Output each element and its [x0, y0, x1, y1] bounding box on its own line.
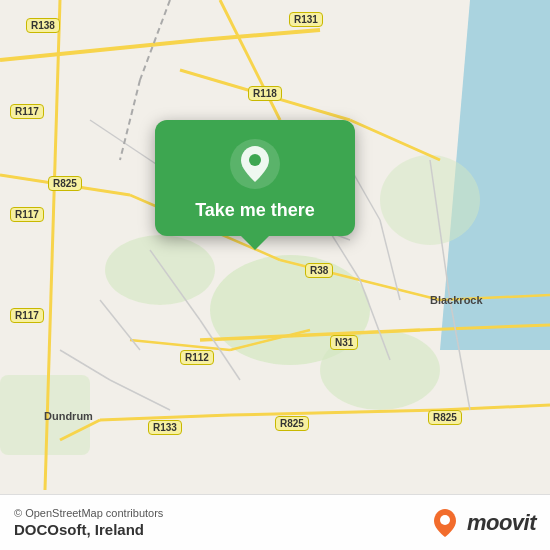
- road-badge-r825b: R825: [275, 416, 309, 431]
- road-badge-r825a: R825: [48, 176, 82, 191]
- svg-line-18: [230, 410, 440, 415]
- road-badge-r118: R118: [248, 86, 282, 101]
- moovit-pin-icon: [429, 507, 461, 539]
- moovit-text: moovit: [467, 510, 536, 536]
- road-badge-r38: R38: [305, 263, 333, 278]
- popup-label: Take me there: [195, 200, 315, 222]
- road-badge-r112: R112: [180, 350, 214, 365]
- svg-line-37: [110, 380, 170, 410]
- moovit-logo: moovit: [429, 507, 536, 539]
- road-badge-r117b: R117: [10, 207, 44, 222]
- app-name: DOCOsoft, Ireland: [14, 521, 163, 538]
- svg-point-42: [440, 515, 450, 525]
- road-badge-r131: R131: [289, 12, 323, 27]
- svg-point-41: [249, 154, 261, 166]
- svg-line-38: [140, 0, 170, 80]
- svg-line-39: [120, 80, 140, 160]
- attribution-text: © OpenStreetMap contributors: [14, 507, 163, 519]
- road-badge-r117a: R117: [10, 104, 44, 119]
- place-dundrum: Dundrum: [44, 410, 93, 422]
- place-blackrock: Blackrock: [430, 294, 483, 306]
- svg-point-4: [380, 155, 480, 245]
- roads-layer: [0, 0, 550, 550]
- popup-card[interactable]: Take me there: [155, 120, 355, 236]
- svg-line-6: [200, 30, 320, 40]
- location-pin-icon: [229, 138, 281, 190]
- road-badge-r138: R138: [26, 18, 60, 33]
- svg-line-11: [350, 120, 440, 160]
- road-badge-r133: R133: [148, 420, 182, 435]
- road-badge-r825c: R825: [428, 410, 462, 425]
- bottom-left: © OpenStreetMap contributors DOCOsoft, I…: [14, 507, 163, 538]
- road-badge-r117c: R117: [10, 308, 44, 323]
- svg-point-1: [105, 235, 215, 305]
- svg-line-31: [100, 300, 140, 350]
- road-badge-n31: N31: [330, 335, 358, 350]
- bottom-bar: © OpenStreetMap contributors DOCOsoft, I…: [0, 494, 550, 550]
- svg-line-17: [420, 325, 550, 330]
- svg-line-8: [220, 0, 280, 120]
- map-container: R138 R131 R117 R118 R825 R117 R117 R112 …: [0, 0, 550, 550]
- svg-line-5: [0, 40, 200, 60]
- svg-line-33: [450, 300, 470, 410]
